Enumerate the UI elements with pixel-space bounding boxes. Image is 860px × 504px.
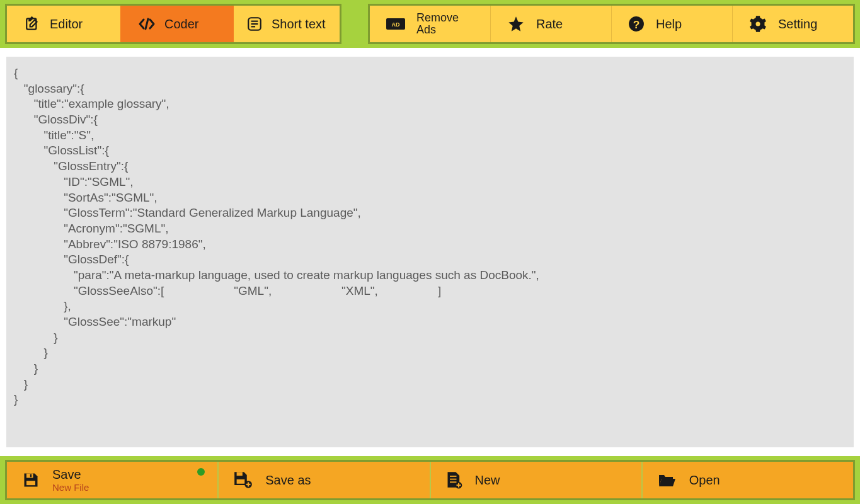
help-label: Help — [656, 17, 682, 32]
save-button[interactable]: Save New File — [7, 462, 219, 498]
tab-short-text[interactable]: Short text — [234, 6, 340, 42]
svg-text:?: ? — [633, 18, 640, 31]
save-as-button[interactable]: Save as — [219, 462, 430, 498]
setting-label: Setting — [778, 17, 817, 32]
tab-editor[interactable]: Editor — [7, 6, 120, 42]
star-icon — [507, 15, 525, 33]
save-label-stack: Save New File — [52, 468, 89, 493]
editor-container: { "glossary":{ "title":"example glossary… — [0, 48, 860, 456]
save-as-icon — [234, 471, 253, 489]
save-filename: New File — [52, 483, 89, 493]
new-button[interactable]: New — [431, 462, 643, 498]
short-text-icon — [246, 16, 263, 32]
top-toolbar: Editor Coder Short text — [0, 0, 860, 48]
svg-rect-15 — [237, 479, 245, 484]
tab-coder-label: Coder — [164, 17, 198, 32]
svg-rect-21 — [450, 481, 457, 483]
bottom-toolbar: Save New File Save as — [0, 456, 860, 504]
menu-group: AD RemoveAds Rate ? Help — [368, 4, 855, 44]
new-file-icon — [446, 471, 462, 489]
unsaved-indicator-icon — [197, 468, 205, 476]
svg-point-10 — [756, 22, 760, 26]
svg-rect-12 — [30, 474, 32, 478]
tab-editor-label: Editor — [50, 17, 83, 32]
code-icon — [138, 17, 156, 31]
help-button[interactable]: ? Help — [612, 6, 733, 42]
save-as-label: Save as — [265, 473, 311, 488]
tab-short-text-label: Short text — [272, 17, 326, 32]
open-button[interactable]: Open — [643, 462, 853, 498]
svg-text:AD: AD — [392, 21, 400, 28]
tab-group: Editor Coder Short text — [5, 4, 341, 44]
file-button-group: Save New File Save as — [5, 460, 855, 500]
svg-rect-11 — [26, 474, 33, 478]
save-icon — [22, 471, 40, 489]
tab-coder[interactable]: Coder — [120, 6, 234, 42]
remove-ads-label: RemoveAds — [416, 12, 459, 36]
setting-button[interactable]: Setting — [733, 6, 853, 42]
open-label: Open — [689, 473, 720, 488]
svg-rect-20 — [450, 479, 457, 480]
svg-line-1 — [146, 19, 148, 29]
help-icon: ? — [628, 16, 645, 32]
gear-icon — [749, 15, 767, 33]
edit-icon — [25, 16, 41, 32]
ad-icon: AD — [386, 17, 405, 31]
rate-button[interactable]: Rate — [491, 6, 612, 42]
save-label: Save — [52, 468, 89, 481]
folder-open-icon — [658, 472, 677, 488]
svg-rect-14 — [237, 472, 243, 476]
svg-rect-19 — [450, 476, 457, 477]
new-label: New — [475, 473, 500, 488]
rate-label: Rate — [536, 17, 563, 32]
svg-rect-13 — [26, 481, 35, 485]
code-editor[interactable]: { "glossary":{ "title":"example glossary… — [6, 57, 854, 447]
remove-ads-button[interactable]: AD RemoveAds — [370, 6, 491, 42]
